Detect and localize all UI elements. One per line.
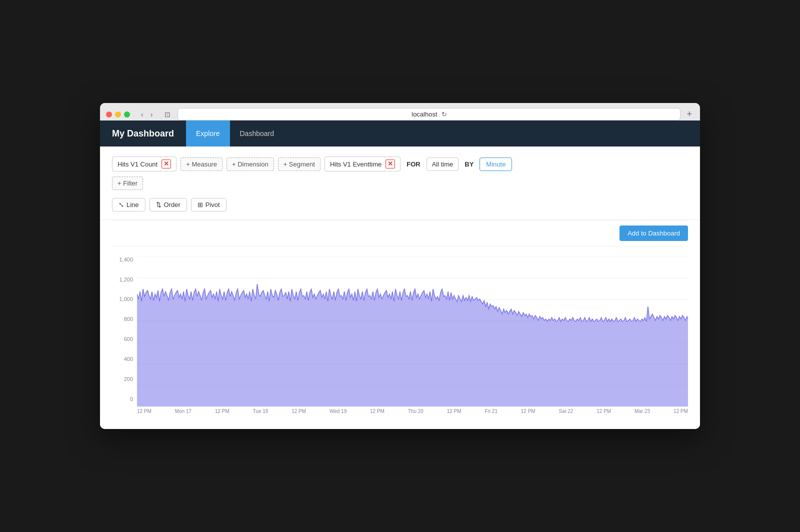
- y-label-800: 800: [124, 316, 133, 322]
- browser-window: ‹ › ⊡ localhost ↻ + My Dashboard Explore: [100, 103, 700, 429]
- x-label-12pm-6: 12 PM: [521, 408, 536, 414]
- chart-wrapper: 1,400 1,200 1,000 800 600 400 200 0: [112, 256, 688, 414]
- minimize-light[interactable]: [115, 112, 121, 118]
- x-label-mon17: Mon 17: [175, 408, 192, 414]
- back-button[interactable]: ‹: [138, 110, 146, 120]
- x-label-tue18: Tue 18: [253, 408, 268, 414]
- add-dimension-button[interactable]: + Dimension: [226, 158, 274, 171]
- y-axis: 1,400 1,200 1,000 800 600 400 200 0: [112, 256, 137, 414]
- filter-row-2: + Filter: [112, 176, 688, 190]
- order-icon: ⇅: [156, 201, 162, 208]
- main-content: Hits V1 Count ✕ + Measure + Dimension + …: [100, 146, 700, 429]
- all-time-chip[interactable]: All time: [426, 158, 459, 171]
- pivot-icon: ⊞: [198, 201, 203, 208]
- new-tab-button[interactable]: +: [684, 109, 694, 120]
- x-label-12pm-4: 12 PM: [370, 408, 384, 414]
- tab-explore[interactable]: Explore: [186, 120, 230, 146]
- sidebar-toggle-button[interactable]: ⊡: [162, 110, 174, 120]
- line-icon: ⤡: [118, 201, 124, 208]
- nav-buttons: ‹ ›: [138, 110, 156, 120]
- y-label-400: 400: [124, 356, 133, 362]
- x-label-thu20: Thu 20: [408, 408, 424, 414]
- browser-chrome: ‹ › ⊡ localhost ↻ +: [100, 103, 700, 120]
- forward-button[interactable]: ›: [148, 110, 156, 120]
- chart-area: 12 PM Mon 17 12 PM Tue 18 12 PM Wed 19 1…: [137, 256, 688, 414]
- line-view-button[interactable]: ⤡ Line: [112, 198, 146, 212]
- maximize-light[interactable]: [124, 112, 130, 118]
- add-measure-button[interactable]: + Measure: [180, 158, 222, 171]
- remove-time-button[interactable]: ✕: [386, 160, 395, 168]
- x-label-12pm-8: 12 PM: [674, 408, 688, 414]
- x-label-12pm-1: 12 PM: [137, 408, 152, 414]
- add-filter-button[interactable]: + Filter: [112, 176, 143, 190]
- y-label-1400: 1,400: [119, 256, 133, 262]
- traffic-lights: [106, 112, 130, 118]
- time-label: Hits V1 Eventtime: [330, 160, 382, 168]
- app-header: My Dashboard Explore Dashboard: [100, 120, 700, 146]
- address-bar[interactable]: localhost ↻: [178, 108, 680, 120]
- chart-svg: [137, 256, 688, 406]
- view-row: ⤡ Line ⇅ Order ⊞ Pivot: [112, 198, 688, 212]
- header-tabs: Explore Dashboard: [186, 120, 284, 146]
- add-to-dashboard-button[interactable]: Add to Dashboard: [620, 226, 688, 241]
- time-chip[interactable]: Hits V1 Eventtime ✕: [324, 156, 400, 172]
- x-axis: 12 PM Mon 17 12 PM Tue 18 12 PM Wed 19 1…: [137, 406, 688, 414]
- x-label-fri21: Fri 21: [484, 408, 498, 414]
- remove-measure-button[interactable]: ✕: [162, 160, 171, 168]
- add-segment-button[interactable]: + Segment: [278, 158, 320, 171]
- x-label-mar23: Mar 23: [634, 408, 650, 414]
- close-light[interactable]: [106, 112, 112, 118]
- y-label-600: 600: [124, 336, 133, 342]
- tab-dashboard[interactable]: Dashboard: [230, 120, 284, 146]
- x-label-sat22: Sat 22: [559, 408, 574, 414]
- y-label-200: 200: [124, 376, 133, 382]
- x-label-12pm-5: 12 PM: [447, 408, 462, 414]
- y-label-1200: 1,200: [119, 276, 133, 282]
- x-label-12pm-2: 12 PM: [215, 408, 230, 414]
- by-label: BY: [462, 160, 476, 168]
- x-label-wed19: Wed 19: [330, 408, 346, 414]
- y-label-1000: 1,000: [119, 296, 133, 302]
- x-label-12pm-7: 12 PM: [596, 408, 611, 414]
- measure-label: Hits V1 Count: [118, 160, 158, 168]
- chart-header: Add to Dashboard: [112, 220, 688, 246]
- titlebar: ‹ › ⊡ localhost ↻ +: [106, 108, 694, 120]
- url-text: localhost: [412, 110, 437, 118]
- minute-chip[interactable]: Minute: [480, 158, 512, 171]
- measure-chip[interactable]: Hits V1 Count ✕: [112, 156, 176, 172]
- y-label-0: 0: [130, 396, 133, 402]
- x-label-12pm-3: 12 PM: [292, 408, 306, 414]
- order-view-button[interactable]: ⇅ Order: [150, 198, 187, 212]
- pivot-view-button[interactable]: ⊞ Pivot: [191, 198, 226, 212]
- filter-row-1: Hits V1 Count ✕ + Measure + Dimension + …: [112, 156, 688, 172]
- for-label: FOR: [404, 160, 422, 168]
- app-title: My Dashboard: [100, 120, 186, 146]
- refresh-icon[interactable]: ↻: [442, 110, 447, 118]
- chart-container: 1,400 1,200 1,000 800 600 400 200 0: [112, 246, 688, 419]
